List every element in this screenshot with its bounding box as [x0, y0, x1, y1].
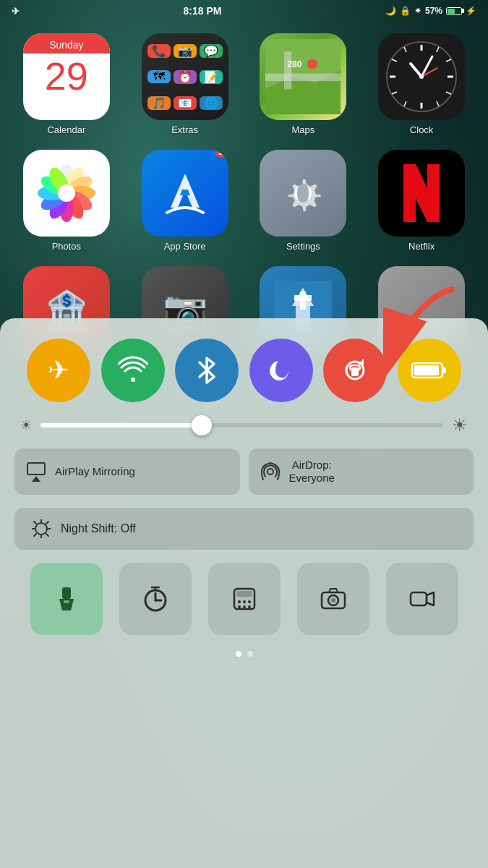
night-shift-button[interactable]: Night Shift: Off: [14, 508, 474, 550]
app-grid: Sunday 29 Calendar 📞 📸 💬 🗺 ⏰ 📝 🎵 📧 🌐 Ext…: [0, 26, 488, 365]
bluetooth-button[interactable]: [175, 339, 239, 402]
app-icon-appstore[interactable]: 21: [142, 150, 228, 237]
app-item-calendar[interactable]: Sunday 29 Calendar: [14, 33, 119, 135]
app-icon-settings[interactable]: [260, 150, 346, 237]
airplay-row: AirPlay Mirroring AirDrop:Everyone: [14, 448, 474, 495]
flashlight-button[interactable]: [30, 563, 103, 635]
svg-rect-85: [411, 592, 427, 605]
bluetooth-status-icon: ✴: [414, 6, 421, 16]
svg-rect-75: [236, 591, 252, 597]
page-indicator: [14, 651, 474, 657]
charging-icon: ⚡: [466, 6, 476, 16]
wifi-button[interactable]: [101, 339, 165, 402]
timer-button[interactable]: [119, 563, 192, 635]
settings-svg: [278, 168, 328, 218]
calendar-date: 29: [45, 54, 88, 98]
svg-rect-52: [414, 365, 439, 375]
app-icon-maps[interactable]: 280: [260, 33, 346, 120]
calendar-day: Sunday: [23, 33, 110, 54]
rotation-lock-button[interactable]: [323, 339, 387, 402]
app-icon-clock[interactable]: [378, 33, 465, 120]
svg-point-57: [35, 523, 47, 535]
svg-rect-2: [284, 51, 291, 89]
extras-dot: 🎵: [147, 96, 171, 110]
app-label-calendar: Calendar: [47, 124, 85, 135]
brightness-slider[interactable]: [40, 423, 443, 427]
page-dot-2: [247, 651, 253, 657]
do-not-disturb-button[interactable]: [249, 339, 313, 402]
svg-point-37: [58, 184, 75, 202]
svg-rect-53: [27, 463, 45, 475]
svg-line-62: [34, 522, 36, 524]
airdrop-button[interactable]: AirDrop:Everyone: [249, 448, 474, 495]
page-dot-1: [236, 651, 241, 657]
bottom-toolbar: [14, 563, 474, 635]
app-item-settings[interactable]: Settings: [252, 150, 356, 252]
timer-icon: [142, 586, 168, 612]
airplane-mode-button[interactable]: ✈: [27, 339, 90, 402]
airplane-icon: ✈: [48, 355, 69, 386]
video-button[interactable]: [386, 563, 458, 635]
app-item-maps[interactable]: 280 Maps: [252, 33, 356, 135]
svg-point-76: [238, 600, 241, 603]
app-item-extras[interactable]: 📞 📸 💬 🗺 ⏰ 📝 🎵 📧 🌐 Extras: [133, 33, 237, 135]
night-shift-icon: [32, 519, 51, 538]
moon-status-icon: 🌙: [385, 6, 396, 16]
app-label-maps: Maps: [291, 124, 314, 135]
extras-dot: 🗺: [147, 70, 171, 83]
extras-dot: 📞: [147, 44, 171, 58]
bluetooth-icon: [196, 355, 218, 386]
extras-dot: 📸: [174, 44, 197, 58]
airplay-mirroring-button[interactable]: AirPlay Mirroring: [14, 448, 240, 495]
night-shift-label: Night Shift: Off: [61, 522, 136, 535]
appstore-svg: [160, 168, 210, 218]
app-item-clock[interactable]: Clock: [369, 33, 474, 135]
status-right: 🌙 🔒 ✴ 57% ⚡: [385, 6, 476, 16]
video-icon: [409, 586, 435, 612]
app-icon-netflix[interactable]: [378, 150, 465, 237]
svg-point-23: [419, 75, 424, 79]
clock-svg: [385, 41, 458, 113]
toggle-row: ✈: [14, 339, 474, 402]
svg-marker-54: [32, 476, 40, 482]
app-label-photos: Photos: [52, 241, 81, 252]
battery-percent: 57%: [425, 6, 442, 16]
status-left: ✈: [12, 6, 20, 17]
extras-dot: 💬: [200, 44, 223, 58]
svg-point-77: [243, 600, 246, 603]
airplay-icon: [26, 461, 46, 482]
app-icon-extras[interactable]: 📞 📸 💬 🗺 ⏰ 📝 🎵 📧 🌐: [142, 33, 228, 120]
extras-dot: 📝: [200, 70, 223, 84]
app-icon-photos[interactable]: [23, 150, 110, 237]
svg-point-46: [131, 378, 135, 382]
extras-dot: ⏰: [174, 70, 197, 84]
brightness-thumb[interactable]: [192, 415, 212, 435]
app-icon-calendar[interactable]: Sunday 29: [23, 33, 110, 120]
svg-point-80: [243, 605, 246, 608]
app-item-photos[interactable]: Photos: [14, 150, 119, 252]
calculator-icon: [231, 586, 257, 612]
airdrop-icon: [260, 461, 281, 482]
brightness-fill: [40, 423, 202, 427]
battery-fill: [448, 9, 455, 14]
svg-point-56: [267, 469, 273, 475]
moon-icon: [268, 357, 294, 383]
brightness-row: ☀ ☀: [14, 415, 474, 435]
svg-rect-48: [351, 367, 359, 376]
app-item-netflix[interactable]: Netflix: [369, 150, 474, 252]
svg-marker-86: [427, 592, 434, 605]
photos-svg: [30, 157, 103, 229]
app-item-appstore[interactable]: 21 App Store: [133, 150, 237, 252]
svg-rect-44: [294, 295, 312, 301]
svg-point-81: [248, 605, 251, 608]
camera-button[interactable]: [297, 563, 369, 635]
svg-point-84: [331, 598, 335, 603]
status-time: 8:18 PM: [184, 5, 222, 17]
low-power-button[interactable]: [398, 339, 461, 402]
brightness-high-icon: ☀: [452, 415, 468, 435]
extras-dot: 🌐: [200, 96, 223, 110]
svg-point-78: [248, 600, 251, 603]
lock-status-icon: 🔒: [400, 6, 411, 16]
calculator-button[interactable]: [208, 563, 281, 635]
svg-line-65: [34, 534, 36, 536]
